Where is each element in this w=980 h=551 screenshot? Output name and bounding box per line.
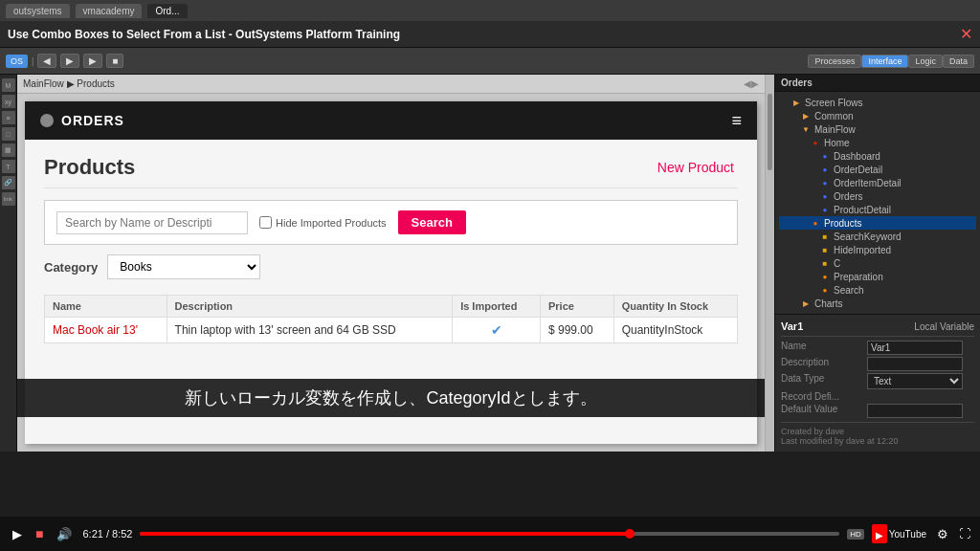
circle-icon: ● xyxy=(819,164,831,175)
tree-root-label: Orders xyxy=(781,77,813,88)
search-button[interactable]: Search xyxy=(398,210,466,234)
stop-video-button[interactable]: ■ xyxy=(33,526,46,541)
sidebar-icon-6[interactable]: 🔗 xyxy=(2,176,15,189)
scrollbar-thumb[interactable] xyxy=(768,94,772,170)
logic-tab[interactable]: Logic xyxy=(908,55,943,68)
tree-item-order-detail[interactable]: ● OrderDetail xyxy=(779,163,976,176)
search-bar: Hide Imported Products Search xyxy=(44,200,738,245)
props-datatype-row: Data Type Text Integer Boolean xyxy=(781,373,974,389)
products-heading: Products New Product xyxy=(44,155,738,188)
tree-item-orders[interactable]: ● Orders xyxy=(779,189,976,203)
outsystems-button[interactable]: OS xyxy=(6,55,28,68)
app-title: ORDERS xyxy=(61,113,124,128)
ide-title-bar: Use Combo Boxes to Select From a List - … xyxy=(0,21,980,48)
youtube-label: YouTube xyxy=(889,529,926,540)
forward-button[interactable]: ▶ xyxy=(60,54,79,68)
search-input[interactable] xyxy=(56,211,248,234)
sidebar-icon-2[interactable]: ≡ xyxy=(2,111,15,124)
props-created-by: Created by dave xyxy=(781,427,974,436)
tree-item-screen-flows[interactable]: ▶ Screen Flows xyxy=(779,96,976,109)
data-tab[interactable]: Data xyxy=(943,55,974,68)
run-button[interactable]: ▶ xyxy=(83,54,102,68)
circle-orange-icon: ● xyxy=(819,271,831,282)
tree-item-preparation[interactable]: ● Preparation xyxy=(779,270,976,283)
props-datatype-select[interactable]: Text Integer Boolean xyxy=(867,373,963,389)
subtitle-bar: 新しいローカル変数を作成し、CategoryIdとします。 xyxy=(17,379,765,417)
props-name-input[interactable] xyxy=(867,341,963,355)
tree-item-c[interactable]: ■ C xyxy=(779,256,976,270)
youtube-logo: ▶ YouTube xyxy=(872,524,926,543)
circle-icon: ● xyxy=(819,150,831,162)
props-description-input[interactable] xyxy=(867,357,963,371)
sidebar-icon-3[interactable]: □ xyxy=(2,127,15,141)
app-logo xyxy=(40,114,54,127)
app-header: ORDERS ≡ xyxy=(25,101,757,140)
props-default-input[interactable] xyxy=(867,404,963,418)
check-icon: ✔ xyxy=(491,322,502,338)
settings-button[interactable]: ⚙ xyxy=(934,527,951,541)
hide-imported-checkbox[interactable] xyxy=(259,216,272,229)
product-description-cell: Thin laptop with 13' screen and 64 GB SS… xyxy=(167,318,453,343)
props-name-row: Name xyxy=(781,341,974,355)
col-header-quantity: Quantity In Stock xyxy=(613,296,737,318)
props-last-modified: Last modified by dave at 12:20 xyxy=(781,436,974,446)
sidebar-icon-xy[interactable]: xy xyxy=(2,95,15,108)
var-name-label: Var1 xyxy=(781,320,803,332)
menu-icon[interactable]: ≡ xyxy=(731,111,742,131)
close-button[interactable]: ✕ xyxy=(960,25,972,43)
sidebar-icon-4[interactable]: ▦ xyxy=(2,143,15,157)
browser-tab-outsystems[interactable]: outsystems xyxy=(6,4,70,18)
tree-item-products[interactable]: ● Products xyxy=(779,216,976,230)
tree-item-dashboard[interactable]: ● Dashboard xyxy=(779,149,976,163)
new-product-link[interactable]: New Product xyxy=(657,160,738,175)
category-label: Category xyxy=(44,260,98,275)
folder-icon: ▶ xyxy=(800,110,812,121)
tree-item-search-keyword[interactable]: ■ SearchKeyword xyxy=(779,230,976,243)
interface-tab[interactable]: Interface xyxy=(861,55,908,68)
props-recorddef-label: Record Defi... xyxy=(781,391,867,402)
tree-header: Orders xyxy=(775,75,980,92)
progress-fill xyxy=(140,532,629,536)
tree-item-product-detail[interactable]: ● ProductDetail xyxy=(779,203,976,216)
tree-item-home[interactable]: ● Home xyxy=(779,136,976,149)
tree-item-common[interactable]: ▶ Common xyxy=(779,109,976,122)
right-panel: Orders ▶ Screen Flows ▶ Common ▼ MainFlo… xyxy=(774,75,980,452)
tree-item-charts[interactable]: ▶ Charts xyxy=(779,297,976,310)
product-is-imported-cell: ✔ xyxy=(453,318,541,343)
circle-icon: ● xyxy=(810,137,821,148)
video-time: 6:21 / 8:52 xyxy=(82,528,132,540)
square-icon: ■ xyxy=(819,244,831,255)
product-quantity-cell: QuantityInStock xyxy=(613,318,737,343)
breadcrumb-expand[interactable]: ◀▶ xyxy=(744,78,759,89)
tree-item-search[interactable]: ● Search xyxy=(779,283,976,297)
table-header-row: Name Description Is Imported Price Quant… xyxy=(45,296,738,318)
sidebar-icon-link[interactable]: link xyxy=(2,192,15,206)
browser-chrome: outsystems vmacademy Ord... xyxy=(0,0,980,21)
tree-item-order-item-detail[interactable]: ● OrderItemDetail xyxy=(779,176,976,189)
sidebar-icon-1[interactable]: M xyxy=(2,78,15,92)
tree-panel[interactable]: ▶ Screen Flows ▶ Common ▼ MainFlow ● Hom… xyxy=(775,92,980,314)
table-row: Mac Book air 13' Thin laptop with 13' sc… xyxy=(45,318,738,343)
browser-tab-vmacademy[interactable]: vmacademy xyxy=(76,4,143,18)
fullscreen-button[interactable]: ⛶ xyxy=(959,527,970,540)
window-title: Use Combo Boxes to Select From a List - … xyxy=(8,28,956,41)
volume-button[interactable]: 🔊 xyxy=(54,527,75,541)
tree-item-hide-imported[interactable]: ■ HideImported xyxy=(779,243,976,256)
processes-tab[interactable]: Processes xyxy=(808,55,861,68)
props-recorddef-row: Record Defi... xyxy=(781,391,974,402)
properties-panel: Var1 Local Variable Name Description Dat… xyxy=(775,314,980,452)
youtube-icon: ▶ xyxy=(872,524,887,543)
props-default-label: Default Value xyxy=(781,404,867,418)
tree-item-mainflow[interactable]: ▼ MainFlow xyxy=(779,122,976,136)
back-button[interactable]: ◀ xyxy=(37,54,56,68)
category-row: Category Books Electronics xyxy=(44,254,738,285)
folder-icon: ▼ xyxy=(800,123,812,135)
play-pause-button[interactable]: ▶ xyxy=(10,527,25,541)
category-select[interactable]: Books Electronics xyxy=(107,254,260,279)
sidebar-icon-5[interactable]: T xyxy=(2,160,15,173)
stop-button[interactable]: ■ xyxy=(106,54,123,68)
browser-tab-active[interactable]: Ord... xyxy=(147,4,187,18)
canvas-scrollbar[interactable] xyxy=(765,75,774,452)
progress-bar[interactable] xyxy=(140,532,839,536)
product-name-cell[interactable]: Mac Book air 13' xyxy=(45,318,167,343)
